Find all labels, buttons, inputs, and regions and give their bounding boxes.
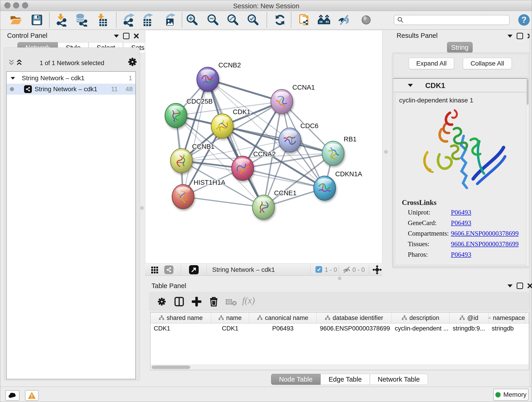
collection-expand-icon[interactable]: [11, 77, 15, 79]
column-header-sharedname[interactable]: shared name: [151, 313, 211, 323]
hidden-eye-icon[interactable]: [342, 266, 351, 274]
network-options-gear-icon[interactable]: [128, 57, 137, 66]
search-field[interactable]: [394, 15, 510, 25]
column-header-id[interactable]: @id: [450, 313, 488, 323]
table-panel-float-icon[interactable]: [517, 283, 523, 289]
gene-description: cyclin-dependent kinase 1: [399, 97, 473, 104]
cell-description[interactable]: cyclin-dependent ...: [392, 323, 450, 333]
crosslink-link[interactable]: 9606.ENSP00000378699: [451, 230, 519, 237]
network-node-CCNB2[interactable]: [197, 67, 219, 91]
cell-canonicalname[interactable]: P06493: [249, 323, 317, 333]
table-hscrollbar-thumb[interactable]: [152, 366, 190, 369]
table-settings-gear-icon[interactable]: [157, 297, 166, 306]
network-node-CDC25B[interactable]: [165, 103, 187, 128]
svg-text:?: ?: [521, 15, 526, 25]
network-node-CDC6[interactable]: [279, 128, 301, 152]
cell-databaseidentifier[interactable]: 9606.ENSP00000378699: [317, 323, 392, 333]
zoom-selected-icon[interactable]: [246, 13, 260, 27]
grid-view-icon[interactable]: [151, 266, 158, 274]
memory-button[interactable]: Memory: [493, 389, 529, 401]
table-hscrollbar-track[interactable]: [151, 365, 529, 370]
collapse-all-button[interactable]: Collapse All: [463, 58, 512, 69]
cell-name[interactable]: CDK1: [211, 323, 249, 333]
column-header-canonicalname[interactable]: canonical name: [249, 313, 317, 323]
share-network-icon[interactable]: [164, 265, 173, 274]
expand-all-button[interactable]: Expand All: [409, 58, 454, 69]
node-table[interactable]: shared namenamecanonical namedatabase id…: [150, 313, 529, 370]
gene-section-collapse-icon[interactable]: [408, 84, 413, 87]
results-panel-float-icon[interactable]: [517, 33, 523, 39]
birds-eye-view-icon[interactable]: [359, 13, 373, 27]
zoom-fit-icon[interactable]: [226, 13, 240, 27]
crosslink-link[interactable]: P06493: [451, 251, 471, 258]
import-table-file-icon[interactable]: [95, 13, 109, 27]
string-home-icon[interactable]: [317, 13, 331, 27]
results-scrollbar-track[interactable]: [526, 78, 529, 267]
add-column-icon[interactable]: [192, 297, 201, 306]
network-collection-row[interactable]: String Network – cdk1 1: [7, 73, 135, 84]
delete-table-icon[interactable]: [225, 298, 237, 306]
import-network-file-icon[interactable]: [54, 13, 69, 27]
control-panel-collapse-icon[interactable]: [114, 35, 119, 38]
network-node-CDK1[interactable]: [211, 114, 233, 138]
hidden-count: 0 - 0: [352, 266, 365, 274]
toolbar-separator: [182, 12, 182, 27]
crosslink-link[interactable]: P06493: [451, 219, 471, 226]
column-header-databaseidentifier[interactable]: database identifier: [317, 313, 392, 323]
network-node-CCNA2[interactable]: [232, 156, 254, 180]
search-input[interactable]: [404, 16, 501, 24]
show-column-icon[interactable]: [174, 297, 184, 306]
control-panel-close-icon[interactable]: [133, 33, 139, 39]
left-splitter-handle[interactable]: [140, 206, 144, 210]
save-session-icon[interactable]: [30, 13, 44, 27]
warning-button[interactable]: [25, 390, 39, 401]
table-panel-close-icon[interactable]: [527, 283, 532, 288]
network-canvas[interactable]: CCNB2CCNA1CDC25BCDK1CDC6RB1CCNB1CCNA2CDK…: [145, 31, 382, 263]
table-tab-edge-table[interactable]: Edge Table: [321, 374, 370, 385]
results-tab-string[interactable]: String: [447, 42, 473, 53]
cell-namespace[interactable]: stringdb: [488, 323, 525, 333]
table-panel-tabs: Node TableEdge TableNetwork Table: [271, 374, 428, 385]
column-header-description[interactable]: description: [392, 313, 450, 323]
crosslink-link[interactable]: P06493: [451, 209, 471, 216]
network-node-RB1[interactable]: [322, 141, 344, 166]
cloud-button[interactable]: [5, 390, 19, 401]
import-network-database-icon[interactable]: [74, 13, 88, 27]
column-header-name[interactable]: name: [211, 313, 249, 323]
network-node-CDKN1A[interactable]: [314, 176, 336, 200]
pan-crosshair-icon[interactable]: [372, 265, 382, 274]
table-tab-network-table[interactable]: Network Table: [370, 374, 428, 385]
refresh-icon[interactable]: [273, 13, 287, 27]
table-row[interactable]: CDK1CDK1P064939606.ENSP00000378699cyclin…: [151, 323, 529, 333]
help-icon[interactable]: ?: [517, 13, 531, 27]
show-hide-details-icon[interactable]: [337, 13, 351, 27]
table-panel-collapse-icon[interactable]: [507, 284, 513, 287]
open-session-icon[interactable]: [9, 13, 23, 27]
cell-id[interactable]: stringdb:9...: [450, 323, 488, 333]
selected-checkbox[interactable]: [316, 266, 322, 273]
network-node-CCNE1[interactable]: [253, 195, 274, 219]
export-table-icon[interactable]: [140, 13, 154, 27]
network-node-HIST1H1A[interactable]: [172, 185, 194, 209]
results-scrollbar-thumb[interactable]: [527, 79, 529, 105]
network-row-selected[interactable]: String Network – cdk1 11 48: [7, 84, 135, 95]
right-splitter-handle[interactable]: [384, 150, 388, 153]
fit-window-icon[interactable]: [189, 265, 199, 274]
zoom-out-icon[interactable]: [206, 13, 220, 27]
export-image-icon[interactable]: [163, 13, 177, 27]
cell-sharedname[interactable]: CDK1: [151, 323, 211, 333]
control-panel-float-icon[interactable]: [123, 33, 129, 39]
window-title: Session: New Session: [0, 2, 532, 10]
results-panel-collapse-icon[interactable]: [507, 35, 513, 38]
export-network-icon[interactable]: [122, 13, 136, 27]
cloud-icon: [8, 392, 17, 398]
crosslink-link[interactable]: 9606.ENSP00000378699: [451, 240, 519, 248]
zoom-in-icon[interactable]: [185, 13, 199, 27]
network-node-CCNB1[interactable]: [171, 148, 192, 173]
import-string-network-icon[interactable]: [298, 13, 312, 27]
horizontal-splitter-handle[interactable]: [338, 277, 341, 280]
table-tab-node-table[interactable]: Node Table: [271, 374, 321, 385]
column-header-namespace[interactable]: namespace: [488, 313, 525, 323]
network-node-CCNA1[interactable]: [271, 89, 293, 114]
delete-column-icon[interactable]: [209, 296, 219, 307]
